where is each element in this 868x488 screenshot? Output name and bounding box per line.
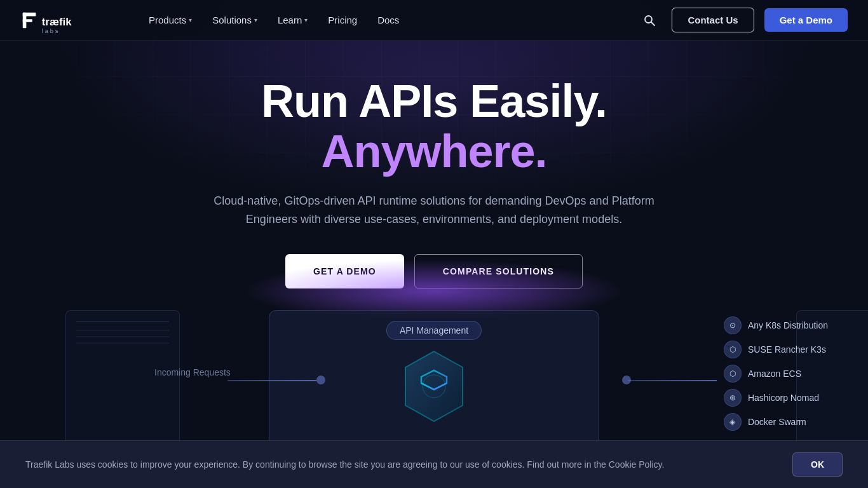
rancher-icon: ⬡ [724,341,742,358]
connector-right [628,380,717,381]
platform-nomad: ⊕ Hashicorp Nomad [724,389,828,407]
cookie-text: Traefik Labs uses cookies to improve you… [25,458,664,471]
platform-rancher: ⬡ SUSE Rancher K3s [724,341,828,358]
platform-docker: ◈ Docker Swarm [724,413,828,431]
cookie-banner: Traefik Labs uses cookies to improve you… [0,440,868,488]
arrow-left [316,376,325,384]
hero-title: Run APIs Easily. Anywhere. [148,76,720,177]
diagram-container: Incoming Requests API Management [116,285,752,450]
ecs-icon: ⬡ [724,365,742,383]
nav-learn[interactable]: Learn ▾ [270,10,315,30]
api-management-label: API Management [386,321,482,340]
docker-icon: ◈ [724,413,742,431]
connector-left [227,380,316,381]
chevron-down-icon: ▾ [304,17,308,24]
platform-list: ⊙ Any K8s Distribution ⬡ SUSE Rancher K3… [724,316,828,431]
chevron-down-icon: ▾ [254,17,257,24]
navbar: træfik labs Products ▾ Solutions ▾ Learn… [0,0,868,41]
contact-button[interactable]: Contact Us [672,8,754,32]
traefik-hex-logo [396,348,472,424]
incoming-label: Incoming Requests [154,367,231,377]
k8s-icon: ⊙ [724,316,742,334]
nomad-icon: ⊕ [724,389,742,407]
svg-text:labs: labs [42,27,60,32]
chevron-down-icon: ▾ [189,17,192,24]
svg-line-6 [651,22,654,25]
svg-point-5 [645,16,652,23]
get-demo-button[interactable]: Get a Demo [764,8,848,32]
nav-products[interactable]: Products ▾ [141,10,200,30]
cookie-ok-button[interactable]: OK [792,452,843,477]
nav-left: træfik labs Products ▾ Solutions ▾ Learn… [20,8,407,33]
left-panel [65,310,180,450]
platform-ecs: ⬡ Amazon ECS [724,365,828,383]
svg-rect-1 [23,12,36,16]
svg-rect-2 [23,19,32,22]
nav-docs[interactable]: Docs [370,10,407,30]
search-button[interactable] [637,8,661,32]
hero-section: Run APIs Easily. Anywhere. Cloud-native,… [0,0,868,488]
arrow-right [622,376,631,384]
hero-subtitle: Cloud-native, GitOps-driven API runtime … [205,192,663,229]
nav-solutions[interactable]: Solutions ▾ [205,10,265,30]
platform-k8s: ⊙ Any K8s Distribution [724,316,828,334]
nav-links: Products ▾ Solutions ▾ Learn ▾ Pricing D… [141,10,407,30]
nav-pricing[interactable]: Pricing [320,10,365,30]
logo[interactable]: træfik labs [20,8,116,33]
svg-text:træfik: træfik [42,16,72,28]
nav-right: Contact Us Get a Demo [637,8,848,32]
diagram-section: Incoming Requests API Management [0,285,868,450]
